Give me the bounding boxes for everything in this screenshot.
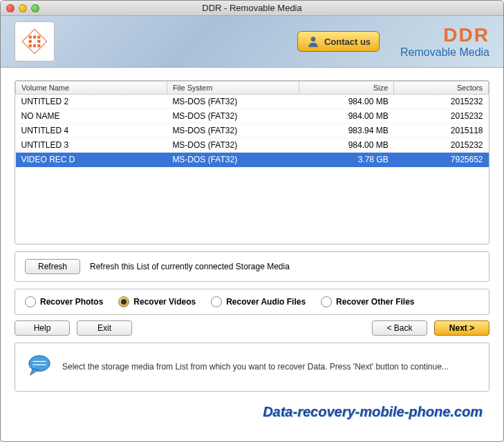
svg-rect-3 [37, 36, 40, 39]
refresh-button[interactable]: Refresh [25, 259, 80, 274]
refresh-hint: Refresh this List of currently connected… [90, 262, 290, 271]
table-row[interactable]: UNTITLED 4MS-DOS (FAT32)983.94 MB2015118 [16, 124, 489, 138]
help-button[interactable]: Help [15, 320, 70, 336]
cell-fs: MS-DOS (FAT32) [167, 153, 299, 167]
cell-volume: NO NAME [16, 109, 167, 124]
table-header-row: Volume Name File System Size Sectors [16, 81, 489, 95]
col-volume-name[interactable]: Volume Name [16, 81, 167, 95]
app-logo-icon [15, 21, 55, 61]
recover-option-label: Recover Audio Files [226, 297, 306, 307]
volume-table-panel: Volume Name File System Size Sectors UNT… [15, 80, 489, 244]
brand-subtitle: Removable Media [400, 46, 489, 59]
back-button[interactable]: < Back [372, 320, 427, 336]
cell-volume: VIDEO REC D [16, 153, 167, 167]
next-button[interactable]: Next > [434, 320, 489, 336]
refresh-panel: Refresh Refresh this List of currently c… [15, 251, 489, 282]
app-window: DDR - Removable Media Contact us DDR Rem… [0, 0, 504, 442]
svg-rect-5 [37, 40, 40, 43]
recover-option-label: Recover Other Files [336, 297, 414, 307]
table-row[interactable]: UNTITLED 2MS-DOS (FAT32)984.00 MB2015232 [16, 95, 489, 109]
speech-bubble-icon [26, 353, 53, 381]
person-icon [306, 35, 320, 48]
recover-option[interactable]: Recover Videos [118, 296, 196, 307]
recover-option[interactable]: Recover Photos [25, 296, 103, 307]
hint-panel: Select the storage media from List from … [15, 343, 489, 392]
table-row[interactable]: NO NAMEMS-DOS (FAT32)984.00 MB2015232 [16, 109, 489, 124]
radio-icon [321, 296, 332, 307]
volume-table: Volume Name File System Size Sectors UNT… [15, 81, 489, 167]
col-file-system[interactable]: File System [167, 81, 299, 95]
brand-title: DDR [400, 24, 489, 46]
radio-icon [118, 296, 129, 307]
svg-rect-1 [29, 36, 32, 39]
recover-options-panel: Recover PhotosRecover VideosRecover Audi… [15, 289, 489, 315]
svg-rect-4 [29, 40, 32, 43]
recover-option[interactable]: Recover Other Files [321, 296, 414, 307]
cell-fs: MS-DOS (FAT32) [167, 95, 299, 109]
cell-sectors: 2015232 [394, 95, 489, 109]
recover-option-label: Recover Photos [40, 297, 103, 307]
svg-rect-6 [29, 44, 32, 47]
cell-volume: UNTITLED 3 [16, 138, 167, 153]
svg-rect-0 [22, 29, 47, 54]
cell-size: 984.00 MB [299, 138, 394, 153]
svg-point-9 [311, 37, 316, 41]
recover-option[interactable]: Recover Audio Files [211, 296, 306, 307]
svg-rect-8 [37, 44, 40, 47]
traffic-lights [6, 4, 39, 12]
svg-rect-7 [33, 44, 36, 47]
footer-link[interactable]: Data-recovery-mobile-phone.com [263, 404, 483, 419]
cell-sectors: 2015232 [394, 109, 489, 124]
cell-sectors: 2015232 [394, 138, 489, 153]
titlebar: DDR - Removable Media [1, 1, 503, 16]
content-area: Volume Name File System Size Sectors UNT… [1, 68, 503, 424]
hint-text: Select the storage media from List from … [62, 361, 449, 373]
svg-point-10 [29, 356, 50, 372]
recover-option-label: Recover Videos [133, 297, 196, 307]
cell-size: 984.00 MB [299, 109, 394, 124]
radio-icon [211, 296, 222, 307]
contact-label: Contact us [324, 37, 371, 47]
cell-volume: UNTITLED 2 [16, 95, 167, 109]
cell-fs: MS-DOS (FAT32) [167, 124, 299, 138]
nav-row: Help Exit < Back Next > [15, 320, 489, 336]
header-banner: Contact us DDR Removable Media [1, 16, 503, 68]
zoom-icon[interactable] [31, 4, 39, 12]
cell-volume: UNTITLED 4 [16, 124, 167, 138]
col-sectors[interactable]: Sectors [394, 81, 489, 95]
contact-us-button[interactable]: Contact us [297, 31, 380, 52]
window-title: DDR - Removable Media [1, 3, 503, 13]
brand: DDR Removable Media [400, 24, 489, 59]
table-row[interactable]: VIDEO REC DMS-DOS (FAT32)3.78 GB7925652 [16, 153, 489, 167]
cell-size: 984.00 MB [299, 95, 394, 109]
radio-icon [25, 296, 36, 307]
cell-sectors: 2015118 [394, 124, 489, 138]
exit-button[interactable]: Exit [77, 320, 132, 336]
cell-sectors: 7925652 [394, 153, 489, 167]
cell-size: 983.94 MB [299, 124, 394, 138]
cell-fs: MS-DOS (FAT32) [167, 109, 299, 124]
close-icon[interactable] [6, 4, 15, 12]
minimize-icon[interactable] [19, 4, 27, 12]
footer: Data-recovery-mobile-phone.com [15, 401, 489, 424]
svg-rect-2 [33, 36, 36, 39]
col-size[interactable]: Size [299, 81, 394, 95]
cell-size: 3.78 GB [299, 153, 394, 167]
table-row[interactable]: UNTITLED 3MS-DOS (FAT32)984.00 MB2015232 [16, 138, 489, 153]
cell-fs: MS-DOS (FAT32) [167, 138, 299, 153]
